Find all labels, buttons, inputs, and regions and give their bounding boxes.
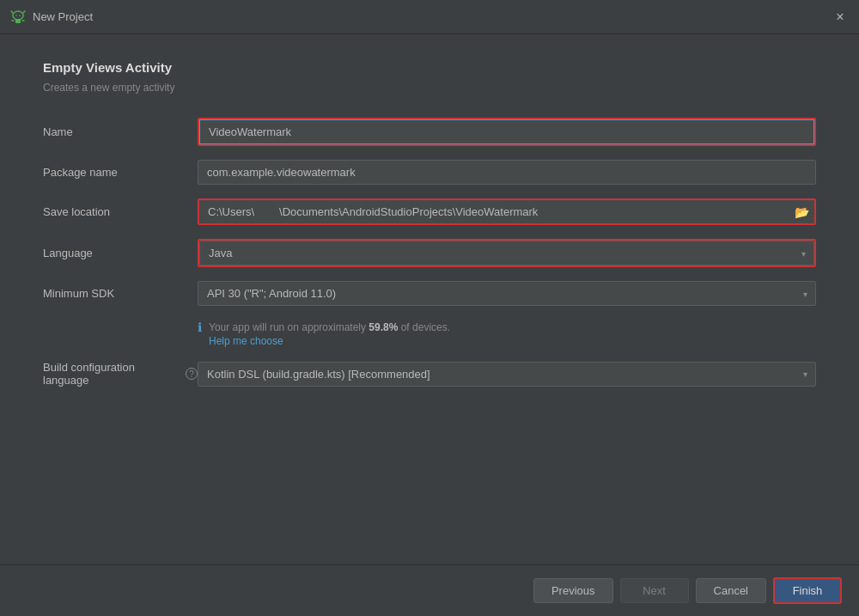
title-bar: New Project × [0, 0, 859, 34]
svg-point-0 [13, 11, 23, 20]
language-select[interactable]: Java Kotlin [199, 241, 814, 265]
new-project-window: New Project × Empty Views Activity Creat… [0, 0, 859, 616]
build-config-select-wrapper: Kotlin DSL (build.gradle.kts) [Recommend… [198, 362, 816, 387]
svg-point-6 [15, 15, 17, 16]
name-input[interactable] [199, 119, 814, 144]
finish-button[interactable]: Finish [773, 577, 842, 604]
close-button[interactable]: × [832, 9, 849, 26]
info-text: Your app will run on approximately 59.8%… [209, 321, 450, 333]
app-icon [10, 9, 26, 25]
window-title: New Project [33, 10, 832, 23]
folder-icon: 📂 [795, 205, 809, 219]
language-label: Language [43, 247, 198, 259]
build-config-label: Build configuration language [43, 361, 180, 387]
section-title: Empty Views Activity [43, 60, 816, 75]
language-row: Language Java Kotlin ▾ [43, 239, 816, 267]
info-text-after: of devices. [398, 321, 450, 333]
svg-rect-3 [15, 19, 21, 23]
info-row: ℹ Your app will run on approximately 59.… [198, 320, 816, 347]
save-location-row: Save location 📂 [43, 198, 816, 225]
name-row: Name [43, 118, 816, 146]
svg-point-7 [19, 15, 21, 16]
name-input-highlighted-wrapper [198, 118, 816, 146]
info-text-before: Your app will run on approximately [209, 321, 369, 333]
package-input-wrapper [198, 160, 816, 185]
package-input[interactable] [198, 160, 816, 185]
info-percentage: 59.8% [369, 321, 398, 333]
info-content: Your app will run on approximately 59.8%… [209, 320, 450, 347]
svg-line-2 [23, 11, 25, 13]
browse-folder-button[interactable]: 📂 [795, 205, 809, 219]
cancel-button[interactable]: Cancel [696, 578, 766, 603]
help-me-choose-link[interactable]: Help me choose [209, 335, 450, 347]
name-label: Name [43, 125, 198, 138]
next-button[interactable]: Next [620, 578, 689, 603]
info-icon: ℹ [198, 320, 202, 334]
svg-line-1 [11, 11, 13, 13]
previous-button[interactable]: Previous [533, 578, 613, 603]
section-subtitle: Creates a new empty activity [43, 82, 816, 94]
save-location-label: Save location [43, 205, 198, 218]
package-row: Package name [43, 160, 816, 185]
package-label: Package name [43, 166, 198, 179]
build-config-help-icon[interactable]: ? [186, 368, 198, 380]
save-location-input[interactable] [199, 200, 814, 223]
language-select-wrapper: Java Kotlin ▾ [198, 239, 816, 267]
build-config-label-group: Build configuration language ? [43, 361, 198, 387]
build-config-row: Build configuration language ? Kotlin DS… [43, 361, 816, 387]
footer: Previous Next Cancel Finish [0, 564, 859, 616]
min-sdk-select[interactable]: API 30 ("R"; Android 11.0) API 29 ("Q"; … [198, 281, 816, 306]
min-sdk-select-wrapper: API 30 ("R"; Android 11.0) API 29 ("Q"; … [198, 281, 816, 306]
build-config-select[interactable]: Kotlin DSL (build.gradle.kts) [Recommend… [198, 362, 816, 387]
save-location-input-wrapper: 📂 [198, 198, 816, 225]
min-sdk-label: Minimum SDK [43, 287, 198, 300]
form-content: Empty Views Activity Creates a new empty… [0, 34, 859, 564]
min-sdk-row: Minimum SDK API 30 ("R"; Android 11.0) A… [43, 281, 816, 306]
